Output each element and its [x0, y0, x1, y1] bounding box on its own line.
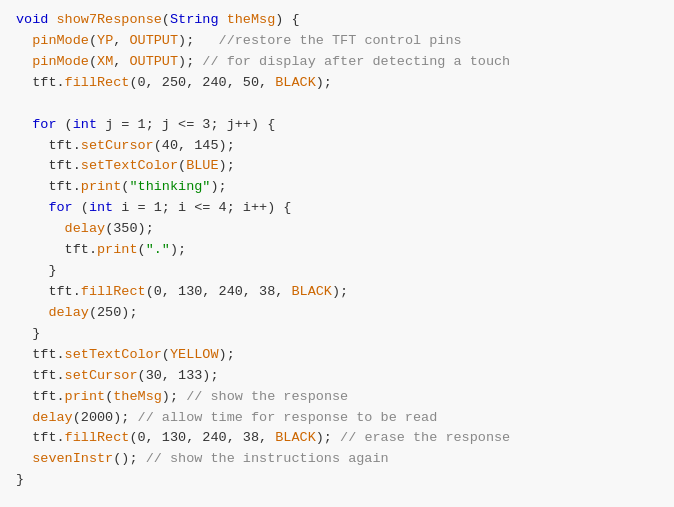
code-line: }	[16, 261, 658, 282]
code-line: delay(350);	[16, 219, 658, 240]
code-line: tft.fillRect(0, 130, 240, 38, BLACK); //…	[16, 428, 658, 449]
code-line: tft.setTextColor(YELLOW);	[16, 345, 658, 366]
code-line: pinMode(YP, OUTPUT); //restore the TFT c…	[16, 31, 658, 52]
code-line: }	[16, 324, 658, 345]
code-line: pinMode(XM, OUTPUT); // for display afte…	[16, 52, 658, 73]
code-line: void show7Response(String theMsg) {	[16, 10, 658, 31]
code-line: for (int j = 1; j <= 3; j++) {	[16, 115, 658, 136]
code-line: tft.print(".");	[16, 240, 658, 261]
code-line	[16, 94, 658, 115]
code-line: tft.setCursor(40, 145);	[16, 136, 658, 157]
code-line: delay(2000); // allow time for response …	[16, 408, 658, 429]
code-line: delay(250);	[16, 303, 658, 324]
code-line: sevenInstr(); // show the instructions a…	[16, 449, 658, 470]
code-container: void show7Response(String theMsg) { pinM…	[0, 0, 674, 507]
code-line: tft.setCursor(30, 133);	[16, 366, 658, 387]
code-line: tft.setTextColor(BLUE);	[16, 156, 658, 177]
code-line: tft.fillRect(0, 250, 240, 50, BLACK);	[16, 73, 658, 94]
code-line: for (int i = 1; i <= 4; i++) {	[16, 198, 658, 219]
code-line: tft.print(theMsg); // show the response	[16, 387, 658, 408]
code-line: }	[16, 470, 658, 491]
code-line: tft.fillRect(0, 130, 240, 38, BLACK);	[16, 282, 658, 303]
code-line: tft.print("thinking");	[16, 177, 658, 198]
